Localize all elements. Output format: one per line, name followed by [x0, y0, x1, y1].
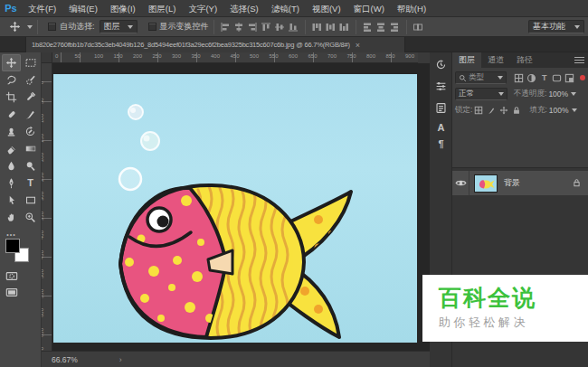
layer-thumbnail[interactable] [474, 174, 498, 193]
align-middle-v-icon[interactable] [274, 22, 285, 33]
menu-edit[interactable]: 编辑(E) [62, 0, 104, 17]
menu-window[interactable]: 窗口(W) [347, 0, 391, 17]
show-transform-label: 显示变换控件 [160, 21, 209, 33]
layer-row-background[interactable]: 背景 [452, 171, 588, 195]
lock-pixels-icon[interactable] [487, 106, 497, 116]
lasso-tool[interactable] [2, 71, 21, 89]
distribute-center-icon[interactable] [375, 22, 386, 33]
opacity-value[interactable]: 100% [548, 89, 568, 99]
lock-all-icon[interactable] [512, 106, 522, 116]
crop-tool[interactable] [2, 89, 21, 106]
healing-brush-tool[interactable] [2, 106, 21, 123]
menu-image[interactable]: 图像(I) [104, 0, 142, 17]
panel-menu-icon[interactable] [574, 57, 584, 63]
paragraph-panel-icon[interactable]: ¶ [430, 136, 452, 152]
layer-lock-icon [573, 178, 581, 189]
eraser-tool[interactable] [2, 140, 21, 157]
separator [356, 20, 356, 34]
workspace-dropdown[interactable]: 基本功能 [528, 20, 584, 33]
filter-smart-object-icon[interactable] [564, 73, 574, 83]
close-icon[interactable]: × [356, 41, 360, 50]
blend-row: 正常 不透明度: 100% [452, 87, 588, 101]
document-tab[interactable]: 1b820e2760fbb1b7dc35c3eb4049b126_8d5494e… [25, 37, 405, 52]
character-panel-icon[interactable]: A [430, 119, 452, 136]
horizontal-ruler[interactable]: 0501001502002503003504004505005506006507… [42, 52, 418, 63]
filter-type-icon[interactable]: T [539, 73, 549, 83]
fish-illustration [53, 74, 417, 343]
tool-preset-caret[interactable] [27, 25, 33, 29]
layer-visibility-toggle[interactable] [452, 171, 469, 195]
gradient-tool[interactable] [21, 140, 40, 157]
layer-filter-row: 类型 T [452, 71, 588, 85]
distribute-middle-icon[interactable] [325, 22, 336, 33]
brush-tool[interactable] [21, 106, 40, 123]
align-top-icon[interactable] [261, 22, 271, 33]
tab-paths[interactable]: 路径 [510, 52, 539, 68]
history-brush-tool[interactable] [21, 123, 40, 140]
filter-shape-icon[interactable] [552, 73, 562, 83]
shape-tool[interactable] [21, 192, 40, 209]
document-canvas[interactable] [53, 74, 417, 343]
distribute-top-icon[interactable] [311, 22, 322, 33]
filter-adjustment-icon[interactable] [526, 73, 536, 83]
screen-mode-button[interactable] [2, 284, 21, 301]
distribute-left-icon[interactable] [362, 22, 373, 33]
pen-tool[interactable] [2, 174, 21, 192]
align-left-icon[interactable] [220, 22, 231, 33]
fish-eye [147, 208, 171, 231]
layer-name[interactable]: 背景 [504, 177, 520, 189]
chevron-down-icon [574, 25, 580, 29]
menu-help[interactable]: 帮助(H) [391, 0, 432, 17]
path-select-tool[interactable] [2, 192, 21, 209]
options-bar: 自动选择: 图层 显示变换控件 基本功能 [0, 17, 588, 37]
quick-mask-button[interactable] [2, 268, 21, 285]
align-right-icon[interactable] [247, 22, 258, 33]
filter-kind-dropdown[interactable]: 类型 [455, 71, 507, 84]
menu-filter[interactable]: 滤镜(T) [265, 0, 306, 17]
dodge-tool[interactable] [21, 157, 40, 174]
menu-select[interactable]: 选择(S) [223, 0, 265, 17]
tab-layers[interactable]: 图层 [452, 52, 481, 68]
quick-select-tool[interactable] [21, 71, 40, 89]
move-tool[interactable] [2, 54, 21, 71]
filter-toggle-indicator[interactable] [580, 75, 585, 80]
marquee-tool[interactable] [21, 54, 40, 71]
fill-label: 填充: [529, 105, 546, 116]
type-tool[interactable]: T [21, 174, 40, 192]
align-bottom-icon[interactable] [288, 22, 299, 33]
show-transform-checkbox[interactable] [148, 23, 156, 31]
distribute-right-icon[interactable] [389, 22, 400, 33]
menu-view[interactable]: 视图(V) [306, 0, 347, 17]
auto-align-icon[interactable] [413, 22, 423, 33]
bubble [119, 168, 141, 190]
vertical-ruler[interactable]: 0501001502002503003504004505005506006507… [42, 63, 52, 351]
auto-select-checkbox[interactable] [48, 23, 56, 31]
lock-position-icon[interactable] [499, 106, 509, 116]
tab-channels[interactable]: 通道 [481, 52, 510, 68]
distribute-bottom-icon[interactable] [338, 22, 349, 33]
lock-transparent-icon[interactable] [474, 106, 484, 116]
menu-file[interactable]: 文件(F) [22, 0, 62, 17]
clone-stamp-tool[interactable] [2, 123, 21, 140]
blend-mode-dropdown[interactable]: 正常 [455, 88, 507, 100]
align-center-h-icon[interactable] [233, 22, 244, 33]
chevron-down-icon [498, 92, 504, 96]
hand-tool[interactable] [2, 209, 21, 226]
menu-type[interactable]: 文字(Y) [182, 0, 223, 17]
foreground-color-swatch[interactable] [5, 239, 20, 253]
status-chevron[interactable]: › [119, 355, 122, 364]
menu-layer[interactable]: 图层(L) [142, 0, 183, 17]
chevron-down-icon [128, 25, 133, 29]
eyedropper-tool[interactable] [21, 89, 40, 106]
chevron-down-icon [572, 108, 577, 112]
blur-tool[interactable] [2, 157, 21, 174]
lock-row: 锁定: 填充: 100% [452, 103, 588, 118]
properties-panel-icon[interactable] [430, 99, 452, 116]
zoom-tool[interactable] [21, 209, 40, 226]
fill-value[interactable]: 100% [549, 106, 569, 115]
history-panel-icon[interactable] [430, 56, 452, 72]
adjustments-panel-icon[interactable] [430, 78, 452, 94]
zoom-level[interactable]: 66.67% [52, 355, 78, 364]
auto-select-dropdown[interactable]: 图层 [100, 20, 138, 33]
filter-pixel-icon[interactable] [514, 73, 524, 83]
